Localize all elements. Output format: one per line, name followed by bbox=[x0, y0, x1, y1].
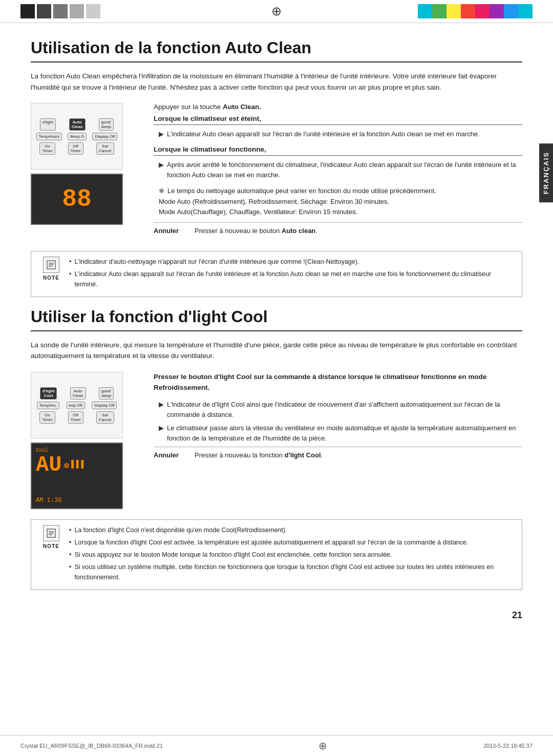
dlight-cool-btn: d'lightCool bbox=[40, 387, 57, 400]
note-icon-col: NOTE bbox=[38, 257, 64, 291]
section1-title: Utilisation de la fonction Auto Clean bbox=[31, 38, 522, 62]
time-text: AM 1:30 bbox=[36, 497, 61, 504]
section1-images: d'light AutoClean good'sleep Temp/Humi B… bbox=[31, 103, 143, 241]
note-content-1: • L'indicateur d'auto-nettoyage n'appara… bbox=[69, 257, 515, 291]
note-text-2a: La fonction d'light Cool n'est disponibl… bbox=[74, 525, 287, 535]
arrow-icon-2: ▶ bbox=[159, 160, 164, 180]
page-content: Utilisation de la fonction Auto Clean La… bbox=[0, 23, 553, 631]
dlight-btn: d'light bbox=[40, 118, 56, 131]
sub-section-on-bullet: ▶ Après avoir arrêté le fonctionnement d… bbox=[154, 160, 522, 180]
sub-section-off: Lorsque le climatiseur est éteint, ▶ L'i… bbox=[154, 115, 522, 139]
bottom-compass-icon: ⊕ bbox=[318, 740, 327, 752]
arrow-icon: ▶ bbox=[159, 129, 164, 139]
note-text-2b: Lorsque la fonction d'light Cool est act… bbox=[74, 537, 468, 548]
section2-intro: La sonde de l'unité intérieure, qui mesu… bbox=[31, 340, 522, 362]
note-dot-2c: • bbox=[69, 550, 71, 560]
display-text: 88 bbox=[62, 185, 92, 213]
arrow-icon-4: ▶ bbox=[159, 423, 164, 444]
color-block-5 bbox=[86, 4, 100, 18]
on-timer-btn-2: OnTimer bbox=[39, 411, 55, 424]
note-text-2c: Si vous appuyez sur le bouton Mode lorsq… bbox=[74, 550, 392, 560]
section2-bullet-text-1: L'indicateur de d'light Cool ainsi que l… bbox=[167, 400, 522, 420]
note-dot-2d: • bbox=[69, 562, 71, 582]
remote-control-img: d'light AutoClean good'sleep Temp/Humi B… bbox=[31, 103, 123, 170]
display-off-btn-2: Display Off bbox=[92, 402, 117, 409]
on-timer-btn: OnTimer bbox=[39, 142, 55, 155]
annuler-label-1: Annuler bbox=[154, 227, 189, 235]
section2-title: Utiliser la fonction d'light Cool bbox=[31, 307, 522, 331]
beep-btn-2: eep Off bbox=[67, 402, 85, 409]
snowflake-icon: ❄ bbox=[63, 460, 69, 471]
x-symbol: ※ bbox=[159, 187, 164, 195]
section2-instructions: Presser le bouton d'light Cool sur la co… bbox=[154, 372, 522, 509]
color-purple bbox=[490, 4, 504, 18]
page-number: 21 bbox=[512, 610, 522, 621]
note-bullet-1: • L'indicateur d'auto-nettoyage n'appara… bbox=[69, 257, 515, 267]
annuler-row-2: Annuler Presser à nouveau la fonction d'… bbox=[154, 447, 522, 459]
color-pink bbox=[475, 4, 490, 18]
au-text: AU bbox=[36, 454, 61, 476]
compass-center: ⊕ bbox=[271, 4, 282, 18]
mode-time-line1: Mode Auto (Refroidissement), Refroidisse… bbox=[159, 197, 522, 207]
note-svg-icon-2 bbox=[46, 528, 56, 538]
remote-control-img-2: d'lightCool AutoClean good'sleep Temp/Hu… bbox=[31, 372, 123, 438]
display-screen: 88 bbox=[31, 174, 123, 225]
annuler-text-1: Presser à nouveau le bouton Auto clean. bbox=[195, 227, 317, 235]
color-block-1 bbox=[20, 4, 35, 18]
instruction-header: Appuyer sur la touche Auto Clean. bbox=[154, 103, 522, 111]
note-bullet-2b: • Lorsque la fonction d'light Cool est a… bbox=[69, 537, 515, 548]
note-svg-icon bbox=[46, 260, 56, 270]
section1-content: d'light AutoClean good'sleep Temp/Humi B… bbox=[31, 103, 522, 241]
sub-section-off-title: Lorsque le climatiseur est éteint, bbox=[154, 115, 522, 125]
note-icon-2 bbox=[43, 525, 59, 541]
note-box-1: NOTE • L'indicateur d'auto-nettoyage n'a… bbox=[31, 251, 522, 297]
note-bullet-2a: • La fonction d'light Cool n'est disponi… bbox=[69, 525, 515, 535]
annuler-bold-2: d'light Cool bbox=[285, 451, 321, 459]
section1-instructions: Appuyer sur la touche Auto Clean. Lorsqu… bbox=[154, 103, 522, 241]
set-cancel-btn: SetCancel bbox=[96, 142, 114, 155]
note-text-1: L'indicateur d'auto-nettoyage n'apparaît… bbox=[74, 257, 359, 267]
set-cancel-btn-2: SetCancel bbox=[96, 411, 114, 424]
section2-images: d'lightCool AutoClean good'sleep Temp/Hu… bbox=[31, 372, 143, 509]
note-icon-col-2: NOTE bbox=[38, 525, 64, 584]
sub-section-off-text: L'indicateur Auto clean apparaît sur l'é… bbox=[167, 129, 480, 139]
section2-bullet-text-2: Le climatiseur passe alors la vitesse du… bbox=[167, 423, 522, 444]
note-x-row: ※ Le temps du nettoyage automatique peut… bbox=[154, 187, 522, 195]
color-green bbox=[432, 4, 446, 18]
section1-intro: La fonction Auto Clean empêchera l'infil… bbox=[31, 71, 522, 93]
note-dot-1: • bbox=[69, 257, 71, 267]
instruction-bold: Auto Clean. bbox=[223, 103, 261, 111]
temp-humi-btn: Temp/Humi bbox=[36, 133, 62, 140]
auto-clean-btn: AutoClean bbox=[69, 118, 86, 131]
annuler-bold-1: Auto clean bbox=[282, 227, 315, 235]
color-blue bbox=[504, 4, 518, 18]
compass-icon: ⊕ bbox=[271, 4, 282, 18]
note-label: NOTE bbox=[43, 274, 59, 282]
good-sleep-btn-2: good'sleep bbox=[99, 387, 114, 400]
section-auto-clean: Utilisation de la fonction Auto Clean La… bbox=[31, 38, 522, 297]
beep-btn: Beep O bbox=[68, 133, 87, 140]
off-timer-btn-2: OffTimer bbox=[68, 411, 83, 424]
sub-section-on: Lorsque le climatiseur fonctionne, ▶ Apr… bbox=[154, 145, 522, 180]
note-dot-2a: • bbox=[69, 525, 71, 535]
arrow-icon-3: ▶ bbox=[159, 400, 164, 420]
note-label-2: NOTE bbox=[43, 542, 59, 551]
note-bullet-2c: • Si vous appuyez sur le bouton Mode lor… bbox=[69, 550, 515, 560]
display-off-btn: Display Off bbox=[92, 133, 117, 140]
section2-content: d'lightCool AutoClean good'sleep Temp/Hu… bbox=[31, 372, 522, 509]
section-dlight-cool: Utiliser la fonction d'light Cool La son… bbox=[31, 307, 522, 590]
color-block-2 bbox=[37, 4, 51, 18]
top-bar: ⊕ bbox=[0, 0, 553, 23]
note-icon bbox=[43, 257, 59, 273]
color-cyan2 bbox=[518, 4, 533, 18]
color-block-4 bbox=[70, 4, 84, 18]
temp-humi-btn-2: Temp/Hu. bbox=[37, 402, 59, 409]
section2-instruction-bold: Presser le bouton d'light Cool sur la co… bbox=[154, 372, 522, 393]
note-text-2d: Si vous utilisez un système multiple, ce… bbox=[74, 562, 515, 582]
note-bullet-2d: • Si vous utilisez un système multiple, … bbox=[69, 562, 515, 582]
note-x-text: Le temps du nettoyage automatique peut v… bbox=[167, 187, 436, 195]
color-yellow bbox=[446, 4, 461, 18]
note-box-2: NOTE • La fonction d'light Cool n'est di… bbox=[31, 519, 522, 590]
color-blocks-left bbox=[20, 4, 100, 18]
color-blocks-right bbox=[418, 4, 533, 18]
